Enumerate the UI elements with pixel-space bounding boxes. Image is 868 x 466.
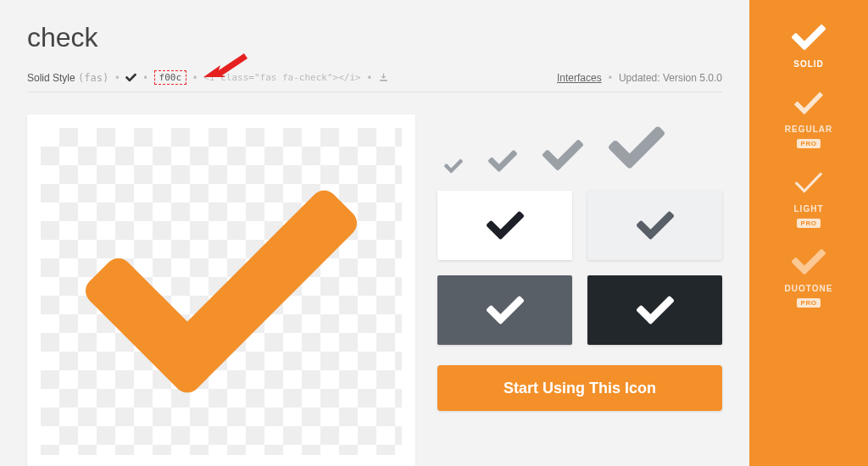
check-icon <box>792 245 826 279</box>
sidebar-item-regular[interactable]: REGULAR PRO <box>785 86 832 148</box>
preview-card-light[interactable] <box>587 191 722 260</box>
separator-dot: • <box>609 72 612 84</box>
sidebar-item-solid[interactable]: SOLID <box>792 20 826 69</box>
category-link[interactable]: Interfaces <box>557 72 602 84</box>
check-icon <box>542 135 583 175</box>
check-icon <box>792 20 826 54</box>
separator-dot: • <box>143 72 147 84</box>
style-label: Solid Style (fas) <box>27 72 108 84</box>
preview-card-gray[interactable] <box>437 275 572 345</box>
sidebar-item-label: REGULAR <box>785 125 832 134</box>
check-icon <box>487 207 524 244</box>
size-previews <box>437 114 722 175</box>
pro-badge: PRO <box>797 139 821 148</box>
check-icon <box>444 157 463 175</box>
check-icon <box>487 291 524 329</box>
check-icon <box>52 156 391 427</box>
check-icon <box>637 291 674 329</box>
preview-card-white[interactable] <box>437 191 572 260</box>
pro-badge: PRO <box>797 298 821 308</box>
sidebar-item-duotone[interactable]: DUOTONE PRO <box>785 245 833 308</box>
pro-badge: PRO <box>797 219 821 228</box>
updated-label: Updated: Version 5.0.0 <box>619 72 722 84</box>
preview-card-dark[interactable] <box>587 275 722 345</box>
separator-dot: • <box>115 72 119 84</box>
annotation-arrow-icon <box>203 52 249 85</box>
sidebar-item-label: DUOTONE <box>785 284 833 293</box>
sidebar-item-light[interactable]: LIGHT PRO <box>792 165 826 228</box>
sidebar-item-label: LIGHT <box>794 204 824 214</box>
sidebar-pointer-icon <box>741 39 749 56</box>
check-icon <box>637 207 674 244</box>
check-icon <box>125 72 136 83</box>
check-icon <box>609 119 665 175</box>
style-sidebar: SOLID REGULAR PRO LIGHT PRO DUOTONE PRO <box>749 0 868 466</box>
separator-dot: • <box>193 72 197 84</box>
sidebar-item-label: SOLID <box>793 59 824 69</box>
page-title: check <box>27 22 722 53</box>
start-using-button[interactable]: Start Using This Icon <box>437 365 722 411</box>
check-icon <box>488 147 517 175</box>
unicode-value[interactable]: f00c <box>154 70 187 85</box>
check-icon <box>792 165 826 199</box>
main-preview <box>27 114 415 466</box>
check-icon <box>792 86 826 119</box>
meta-row: Solid Style (fas) • • f00c • <i class="f… <box>27 70 722 92</box>
download-icon[interactable] <box>378 72 389 83</box>
svg-marker-0 <box>203 53 248 77</box>
separator-dot: • <box>368 72 371 84</box>
